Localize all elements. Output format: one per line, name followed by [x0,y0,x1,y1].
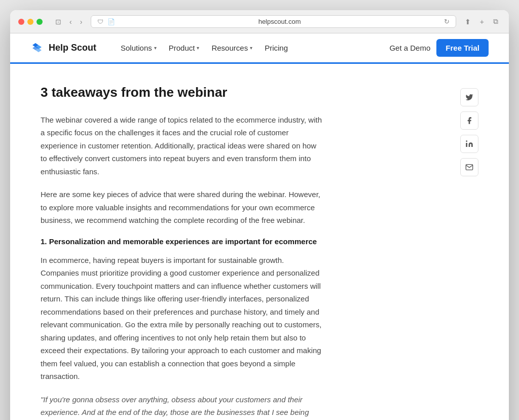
logo-text: Help Scout [49,43,96,53]
article-intro-2: Here are some key pieces of advice that … [41,188,324,227]
twitter-icon [465,93,473,101]
article-quote: "If you're gonna obsess over anything, o… [41,393,324,420]
nav-product-label: Product [169,44,195,52]
content-area: 3 takeaways from the webinar The webinar… [10,64,509,420]
page-icon: 📄 [107,18,115,25]
get-demo-link[interactable]: Get a Demo [389,44,430,52]
forward-button[interactable]: › [78,17,85,27]
svg-point-1 [466,140,467,142]
maximize-dot[interactable] [36,19,43,25]
browser-window: ⊡ ‹ › 🛡 📄 helpscout.com ↻ ⬆ + ⧉ Help [10,10,509,420]
logo-area[interactable]: Help Scout [30,41,96,55]
refresh-icon[interactable]: ↻ [444,18,450,25]
sidebar-toggle-button[interactable]: ⊡ [53,17,64,27]
browser-titlebar: ⊡ ‹ › 🛡 📄 helpscout.com ↻ ⬆ + ⧉ [10,10,509,33]
nav-pricing[interactable]: Pricing [265,44,288,52]
nav-pricing-label: Pricing [265,44,288,52]
section1-heading: 1. Personalization and memorable experie… [41,237,324,246]
minimize-dot[interactable] [27,19,33,25]
helpscout-logo-icon [30,41,45,55]
article-title: 3 takeaways from the webinar [41,84,324,101]
email-share-button[interactable] [460,158,478,176]
main-content: 3 takeaways from the webinar The webinar… [41,84,324,420]
linkedin-icon [465,140,473,148]
share-button[interactable]: ⬆ [462,17,473,27]
twitter-share-button[interactable] [460,88,478,106]
section1-body: In ecommerce, having repeat buyers is im… [41,254,324,383]
chevron-down-icon: ▾ [197,45,199,51]
site-nav: Help Scout Solutions ▾ Product ▾ Resourc… [10,33,509,64]
nav-actions: Get a Demo Free Trial [389,39,489,57]
close-dot[interactable] [18,19,24,25]
facebook-icon [465,117,473,125]
browser-controls: ⊡ ‹ › [53,17,85,27]
nav-solutions[interactable]: Solutions ▾ [121,44,157,52]
chevron-down-icon: ▾ [154,45,157,51]
nav-solutions-label: Solutions [121,44,152,52]
browser-action-buttons: ⬆ + ⧉ [462,16,501,27]
nav-links: Solutions ▾ Product ▾ Resources ▾ Pricin… [121,44,373,52]
tabs-button[interactable]: ⧉ [491,16,501,27]
new-tab-button[interactable]: + [477,17,487,27]
nav-product[interactable]: Product ▾ [169,44,200,52]
nav-resources-label: Resources [211,44,248,52]
browser-dots [18,19,43,25]
facebook-share-button[interactable] [460,111,478,130]
email-icon [465,163,473,171]
address-bar[interactable]: 🛡 📄 helpscout.com ↻ [91,15,456,28]
free-trial-button[interactable]: Free Trial [436,39,489,57]
linkedin-share-button[interactable] [460,135,478,153]
url-text: helpscout.com [119,18,439,25]
nav-resources[interactable]: Resources ▾ [211,44,252,52]
back-button[interactable]: ‹ [67,17,75,27]
chevron-down-icon: ▾ [250,45,252,51]
article-intro-1: The webinar covered a wide range of topi… [41,113,324,178]
social-sidebar [460,84,478,420]
security-icon: 🛡 [97,18,103,25]
